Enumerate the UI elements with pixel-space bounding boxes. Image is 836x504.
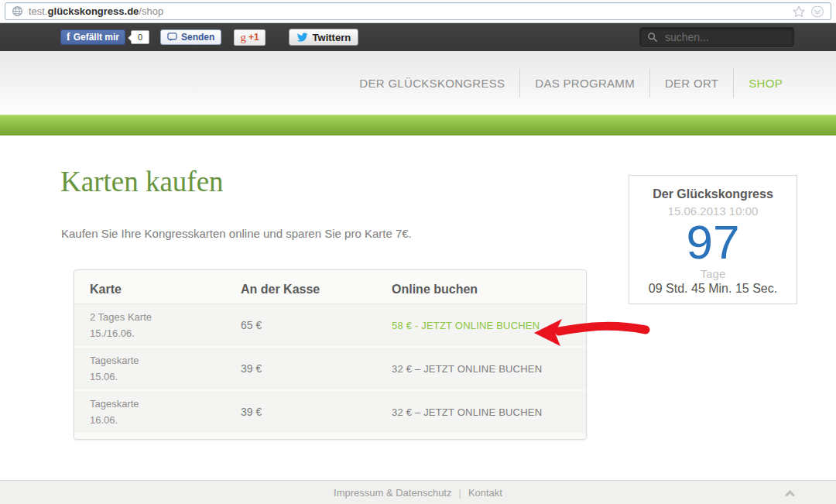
countdown-title: Der Glückskongress: [629, 187, 797, 201]
ticket-name: 2 Tages Karte15./16.06.: [90, 309, 241, 341]
url-text: test.glückskongress.de/shop: [29, 5, 163, 17]
countdown-widget: Der Glückskongress 15.06.2013 10:00 97 T…: [629, 175, 797, 304]
site-search-box: [639, 27, 794, 47]
envelope-icon[interactable]: [810, 5, 824, 19]
site-footer: Impressum & Datenschutz | Kontakt: [0, 480, 836, 504]
countdown-days-number: 97: [629, 218, 797, 266]
main-navigation: DER GLÜCKSKONGRESS DAS PROGRAMM DER ORT …: [344, 69, 797, 98]
twitter-label: Twittern: [313, 32, 351, 43]
table-row: Tageskarte15.06. 39 € 32 € – JETZT ONLIN…: [74, 348, 586, 391]
speech-bubble-icon: [167, 33, 177, 42]
table-header-row: Karte An der Kasse Online buchen: [74, 275, 586, 304]
nav-item-der-glueckskongress[interactable]: DER GLÜCKSKONGRESS: [344, 69, 519, 98]
facebook-like-label: Gefällt mir: [74, 32, 119, 43]
send-label: Senden: [181, 32, 214, 43]
google-plus-one-button[interactable]: g +1: [234, 29, 265, 46]
nav-item-der-ort[interactable]: DER ORT: [649, 69, 733, 98]
search-icon: [647, 32, 658, 43]
kasse-price: 39 €: [241, 362, 392, 375]
like-count-badge: 0: [131, 30, 149, 44]
footer-link-impressum[interactable]: Impressum & Datenschutz: [334, 487, 451, 499]
social-toolbar: f Gefällt mir 0 Senden g +1 Twittern: [0, 23, 836, 51]
ticket-name: Tageskarte15.06.: [90, 352, 241, 385]
footer-link-kontakt[interactable]: Kontakt: [468, 487, 502, 499]
green-accent-bar: [0, 115, 836, 135]
ticket-name: Tageskarte16.06.: [90, 396, 241, 428]
site-header: DER GLÜCKSKONGRESS DAS PROGRAMM DER ORT …: [0, 51, 836, 115]
scroll-top-chevron-icon[interactable]: [785, 490, 795, 500]
countdown-time-left: 09 Std. 45 Min. 15 Sec.: [629, 282, 797, 296]
google-g-icon: g: [240, 31, 246, 44]
main-content: Karten kaufen Kaufen Sie Ihre Kongresska…: [0, 135, 836, 480]
ticket-price-table: Karte An der Kasse Online buchen 2 Tages…: [74, 269, 587, 440]
globe-icon: [12, 5, 23, 17]
page-title: Karten kaufen: [60, 165, 224, 198]
bookmark-star-icon[interactable]: [792, 5, 806, 19]
plus-one-label: +1: [248, 32, 259, 43]
search-input[interactable]: [663, 30, 786, 44]
book-online-link-16-06[interactable]: 32 € – JETZT ONLINE BUCHEN: [392, 406, 570, 418]
book-online-link-15-06[interactable]: 32 € – JETZT ONLINE BUCHEN: [392, 363, 570, 375]
facebook-like-button[interactable]: f Gefällt mir: [60, 29, 125, 45]
kasse-price: 39 €: [241, 406, 392, 418]
table-row: Tageskarte16.06. 39 € 32 € – JETZT ONLIN…: [74, 391, 586, 433]
twitter-bird-icon: [296, 33, 308, 43]
column-header-karte: Karte: [90, 283, 241, 297]
browser-address-bar: test.glückskongress.de/shop: [0, 0, 836, 23]
countdown-days-label: Tage: [629, 267, 797, 280]
twitter-share-button[interactable]: Twittern: [289, 29, 359, 46]
nav-item-das-programm[interactable]: DAS PROGRAMM: [519, 69, 649, 98]
facebook-send-button[interactable]: Senden: [160, 29, 221, 45]
facebook-f-icon: f: [67, 31, 70, 43]
url-input[interactable]: test.glückskongress.de/shop: [5, 2, 831, 20]
column-header-kasse: An der Kasse: [241, 283, 392, 297]
table-row: 2 Tages Karte15./16.06. 65 € 58 € - JETZ…: [74, 304, 586, 348]
footer-separator: |: [458, 487, 461, 499]
book-online-link-2tages[interactable]: 58 € - JETZT ONLINE BUCHEN: [392, 320, 570, 331]
nav-item-shop[interactable]: SHOP: [733, 69, 797, 98]
column-header-online: Online buchen: [392, 283, 570, 297]
kasse-price: 65 €: [241, 319, 392, 331]
intro-text: Kaufen Sie Ihre Kongresskarten online un…: [61, 227, 412, 240]
